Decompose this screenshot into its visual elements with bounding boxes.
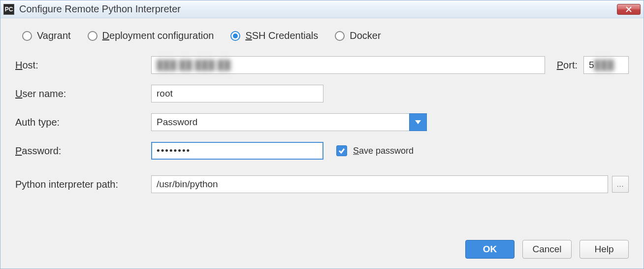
radio-docker[interactable]: Docker [335, 30, 381, 41]
dropdown-button[interactable] [409, 113, 427, 131]
check-icon [338, 147, 345, 154]
chevron-down-icon [415, 120, 421, 124]
browse-button[interactable]: ... [612, 176, 629, 193]
radio-icon [88, 31, 97, 41]
radio-icon [230, 31, 240, 41]
password-row: Password: •••••••• Save password [15, 142, 629, 160]
dialog-footer: OK Cancel Help [15, 230, 629, 259]
connection-type-radios: Vagrant Deployment configuration SSH Cre… [15, 30, 629, 41]
host-value-redacted: ███ ██ ███ ██ [157, 60, 230, 70]
radio-deployment[interactable]: Deployment configuration [88, 30, 214, 41]
interpreter-row: Python interpreter path: ... [15, 175, 629, 193]
dialog-body: Vagrant Deployment configuration SSH Cre… [0, 18, 644, 269]
host-label: Host: [15, 60, 151, 71]
auth-type-value: Password [151, 113, 409, 131]
ok-button[interactable]: OK [465, 240, 515, 259]
auth-type-label: Auth type: [15, 117, 151, 128]
port-label: Port: [557, 60, 578, 71]
cancel-button[interactable]: Cancel [522, 240, 572, 259]
dialog-window: PC Configure Remote Python Interpreter V… [0, 0, 644, 269]
titlebar: PC Configure Remote Python Interpreter [0, 0, 644, 18]
username-row: User name: [15, 85, 629, 102]
help-button[interactable]: Help [580, 240, 629, 259]
window-title: Configure Remote Python Interpreter [19, 3, 617, 15]
host-row: Host: ███ ██ ███ ██ Port: 5███ [15, 56, 629, 74]
auth-type-select[interactable]: Password [151, 113, 427, 131]
radio-label: Deployment configuration [102, 30, 214, 41]
radio-vagrant[interactable]: Vagrant [22, 30, 71, 41]
username-input[interactable] [151, 85, 323, 102]
radio-label: Vagrant [37, 30, 71, 41]
password-label: Password: [15, 145, 151, 157]
port-input[interactable]: 5███ [583, 56, 629, 74]
radio-label: SSH Credentials [245, 30, 318, 41]
form: Host: ███ ██ ███ ██ Port: 5███ User name… [15, 56, 629, 193]
close-button[interactable] [617, 4, 641, 15]
interpreter-label: Python interpreter path: [15, 179, 151, 190]
username-label: User name: [15, 88, 151, 100]
radio-icon [22, 31, 32, 41]
radio-label: Docker [350, 30, 381, 41]
radio-ssh[interactable]: SSH Credentials [230, 30, 318, 41]
host-input[interactable]: ███ ██ ███ ██ [151, 56, 545, 74]
close-icon [626, 6, 632, 12]
interpreter-path-input[interactable] [151, 175, 608, 193]
app-icon: PC [3, 4, 14, 15]
save-password-checkbox[interactable] [336, 145, 347, 156]
password-input[interactable]: •••••••• [151, 142, 323, 160]
auth-type-row: Auth type: Password [15, 113, 629, 131]
radio-icon [335, 31, 345, 41]
save-password-label: Save password [353, 146, 414, 156]
